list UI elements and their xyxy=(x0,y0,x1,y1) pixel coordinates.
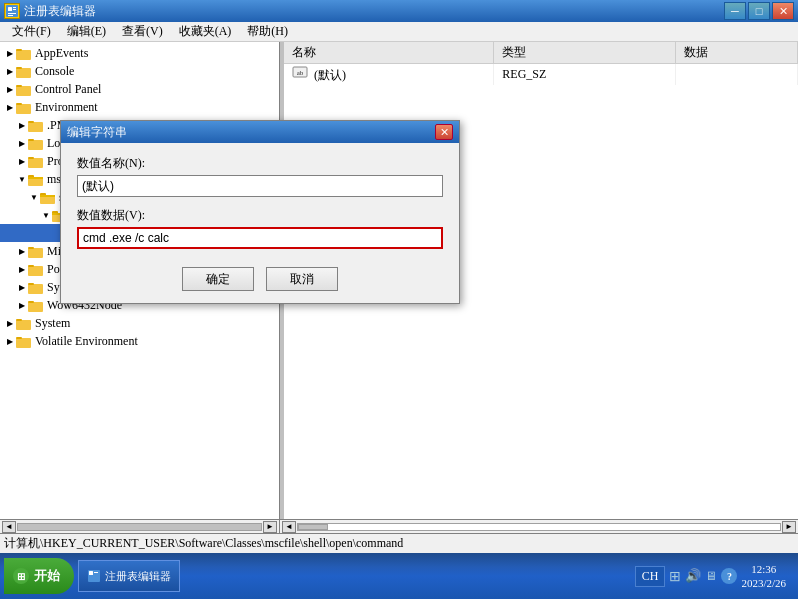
title-bar: 注册表编辑器 ─ □ ✕ xyxy=(0,0,798,22)
app-icon xyxy=(4,3,20,19)
tree-label-system: System xyxy=(35,316,70,331)
minimize-button[interactable]: ─ xyxy=(724,2,746,20)
menu-help[interactable]: 帮助(H) xyxy=(239,21,296,42)
window-title: 注册表编辑器 xyxy=(24,3,724,20)
folder-icon xyxy=(28,298,44,312)
svg-rect-3 xyxy=(13,9,16,10)
svg-rect-26 xyxy=(40,195,55,197)
data-input[interactable] xyxy=(77,227,443,249)
clock-time: 12:36 xyxy=(741,562,786,576)
svg-text:ab: ab xyxy=(297,69,304,77)
scroll-thumb[interactable] xyxy=(297,523,781,531)
svg-rect-34 xyxy=(28,266,43,276)
arrow-procmon xyxy=(16,155,28,167)
arrow-environment xyxy=(4,101,16,113)
svg-rect-37 xyxy=(28,283,34,285)
tray-icon-network[interactable]: 🖥 xyxy=(705,569,717,584)
arrow-appevents xyxy=(4,47,16,59)
folder-icon xyxy=(16,316,32,330)
dialog-close-button[interactable]: ✕ xyxy=(435,124,453,140)
values-table: 名称 类型 数据 ab (默认) REG_SZ xyxy=(284,42,798,85)
svg-rect-12 xyxy=(16,85,22,87)
menu-favorites[interactable]: 收藏夹(A) xyxy=(171,21,240,42)
arrow-system xyxy=(4,317,16,329)
col-name: 名称 xyxy=(284,42,494,64)
tray-icon-1: ⊞ xyxy=(669,568,681,585)
tree-item-system[interactable]: System xyxy=(0,314,279,332)
folder-icon xyxy=(28,244,44,258)
tree-label-appevents: AppEvents xyxy=(35,46,88,61)
cell-name: ab (默认) xyxy=(284,64,494,86)
folder-icon xyxy=(16,334,32,348)
name-input[interactable] xyxy=(77,175,443,197)
svg-text:⊞: ⊞ xyxy=(17,571,25,582)
scroll-right[interactable]: ► xyxy=(263,521,277,533)
folder-icon xyxy=(16,100,32,114)
svg-rect-40 xyxy=(16,320,31,330)
svg-rect-19 xyxy=(28,158,43,168)
taskbar-regedit[interactable]: 注册表编辑器 xyxy=(78,560,180,592)
tree-item-controlpanel[interactable]: Control Panel xyxy=(0,80,279,98)
svg-rect-15 xyxy=(28,122,43,132)
scroll-left2[interactable]: ◄ xyxy=(282,521,296,533)
menu-edit[interactable]: 编辑(E) xyxy=(59,21,114,42)
svg-rect-41 xyxy=(16,319,22,321)
menu-file[interactable]: 文件(F) xyxy=(4,21,59,42)
maximize-button[interactable]: □ xyxy=(748,2,770,20)
menu-view[interactable]: 查看(V) xyxy=(114,21,171,42)
arrow-sysinternals xyxy=(16,281,28,293)
svg-rect-49 xyxy=(89,571,93,575)
scroll-right2[interactable]: ► xyxy=(782,521,796,533)
table-row[interactable]: ab (默认) REG_SZ xyxy=(284,64,798,86)
svg-rect-33 xyxy=(28,247,34,249)
scroll-left[interactable]: ◄ xyxy=(2,521,16,533)
svg-rect-5 xyxy=(8,15,13,16)
tree-item-volatileenv[interactable]: Volatile Environment xyxy=(0,332,279,350)
close-button[interactable]: ✕ xyxy=(772,2,794,20)
tray-icon-help[interactable]: ? xyxy=(721,568,737,584)
scrollbar-area: ◄ ► ◄ ► xyxy=(0,519,798,533)
svg-rect-4 xyxy=(8,13,16,14)
taskbar-clock[interactable]: 12:36 2023/2/26 xyxy=(741,562,786,591)
arrow-pml xyxy=(16,119,28,131)
start-button[interactable]: ⊞ 开始 xyxy=(4,558,74,594)
dialog-title-bar: 编辑字符串 ✕ xyxy=(61,121,459,143)
default-value-icon: ab xyxy=(292,65,308,79)
folder-icon xyxy=(16,64,32,78)
svg-rect-50 xyxy=(94,572,98,573)
scroll-track-left xyxy=(17,523,262,531)
status-path: 计算机\HKEY_CURRENT_USER\Software\Classes\m… xyxy=(4,535,403,552)
col-type: 类型 xyxy=(494,42,676,64)
arrow-microsoft xyxy=(16,245,28,257)
svg-rect-20 xyxy=(28,157,34,159)
svg-rect-10 xyxy=(16,67,22,69)
folder-icon xyxy=(28,262,44,276)
start-label: 开始 xyxy=(34,567,60,585)
svg-rect-1 xyxy=(8,7,12,11)
svg-rect-13 xyxy=(16,104,31,114)
folder-icon-open xyxy=(28,172,44,186)
tree-item-console[interactable]: Console xyxy=(0,62,279,80)
tree-label-volatileenv: Volatile Environment xyxy=(35,334,138,349)
taskbar-app-label: 注册表编辑器 xyxy=(105,569,171,584)
svg-rect-17 xyxy=(28,140,43,150)
ok-button[interactable]: 确定 xyxy=(182,267,254,291)
cancel-button[interactable]: 取消 xyxy=(266,267,338,291)
svg-rect-42 xyxy=(16,338,31,348)
name-label: 数值名称(N): xyxy=(77,155,443,172)
dialog-title-text: 编辑字符串 xyxy=(67,124,435,141)
tree-label-controlpanel: Control Panel xyxy=(35,82,101,97)
lang-indicator[interactable]: CH xyxy=(635,566,666,587)
system-tray: CH ⊞ 🔊 🖥 ? 12:36 2023/2/26 xyxy=(627,562,794,591)
col-data: 数据 xyxy=(675,42,797,64)
folder-icon xyxy=(28,154,44,168)
arrow-open xyxy=(40,209,52,221)
tree-item-environment[interactable]: Environment xyxy=(0,98,279,116)
dialog-body: 数值名称(N): 数值数据(V): 确定 取消 xyxy=(61,143,459,303)
tree-label-console: Console xyxy=(35,64,74,79)
folder-icon xyxy=(16,46,32,60)
tree-item-appevents[interactable]: AppEvents xyxy=(0,44,279,62)
arrow-wow6432node xyxy=(16,299,28,311)
tray-icon-volume[interactable]: 🔊 xyxy=(685,568,701,584)
svg-rect-35 xyxy=(28,265,34,267)
